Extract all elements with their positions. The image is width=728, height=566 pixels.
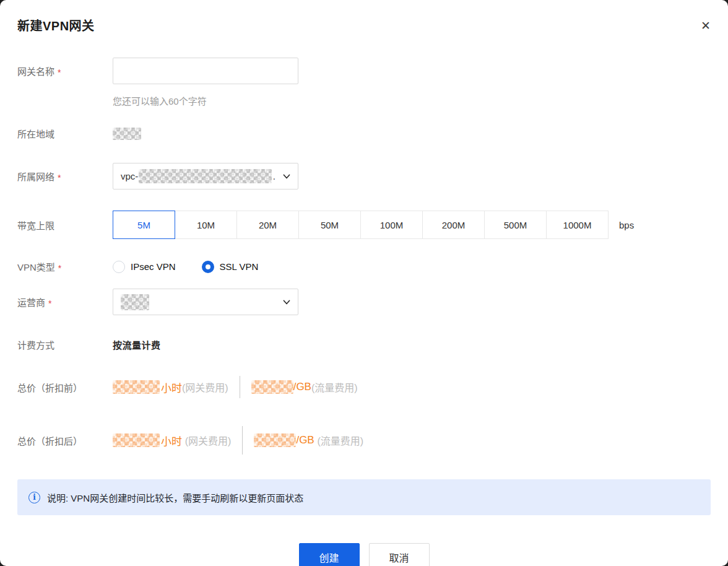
gateway-name-label: 网关名称 * (17, 58, 113, 77)
bandwidth-option-20m[interactable]: 20M (236, 211, 299, 239)
bandwidth-label: 带宽上限 (17, 219, 113, 232)
bandwidth-option-500m[interactable]: 500M (484, 211, 547, 239)
network-select[interactable]: vpc- . (113, 163, 298, 189)
notice-banner: i 说明: VPN网关创建时间比较长，需要手动刷新以更新页面状态 (17, 479, 711, 515)
vpn-type-label: VPN类型 * (17, 260, 113, 273)
region-row: 所在地域 (17, 127, 711, 140)
required-asterisk: * (58, 173, 61, 183)
price-hour-unit: 小时 (161, 433, 185, 448)
bandwidth-option-5m[interactable]: 5M (113, 211, 175, 239)
notice-text: 说明: VPN网关创建时间比较长，需要手动刷新以更新页面状态 (47, 491, 303, 504)
required-asterisk: * (58, 263, 61, 273)
char-count-helper: 您还可以输入60个字符 (113, 94, 207, 107)
vpn-type-options: IPsec VPN SSL VPN (113, 261, 258, 273)
chevron-down-icon (282, 298, 291, 307)
region-label: 所在地域 (17, 127, 113, 140)
network-value-prefix: vpc- (121, 171, 138, 181)
bandwidth-option-1000m[interactable]: 1000M (546, 211, 609, 239)
carrier-row: 运营商 * (17, 289, 711, 315)
carrier-label: 运营商 * (17, 295, 113, 308)
radio-ipsec-vpn[interactable]: IPsec VPN (113, 261, 176, 273)
price-before-discount-row: 总价（折扣前） 小时 (网关费用) /GB (流量费用) (17, 376, 711, 398)
gateway-name-row: 网关名称 * (17, 58, 711, 84)
network-label: 所属网络 * (17, 170, 113, 183)
bandwidth-row: 带宽上限 5M 10M 20M 50M 100M 200M 500M 1000M… (17, 211, 711, 239)
vpn-type-row: VPN类型 * IPsec VPN SSL VPN (17, 260, 711, 273)
billing-mode-value: 按流量计费 (113, 338, 161, 351)
price-hour-note: (网关费用) (185, 433, 232, 448)
price-after-label: 总价（折扣后） (17, 434, 113, 447)
create-button[interactable]: 创建 (299, 543, 360, 566)
price-gb-redacted (251, 380, 293, 394)
price-gb-unit: /GB (296, 434, 317, 446)
close-icon[interactable]: ✕ (697, 17, 714, 35)
price-after-discount-row: 总价（折扣后） 小时 (网关费用) /GB (流量费用) (17, 426, 711, 455)
network-value-redacted (139, 169, 271, 183)
price-divider (242, 426, 243, 455)
price-hour-note: (网关费用) (182, 380, 228, 394)
create-vpn-gateway-dialog: 新建VPN网关 ✕ 网关名称 * 您还可以输入60个字符 所在地域 所属网络 (0, 0, 728, 566)
required-asterisk: * (48, 298, 51, 308)
price-gb-note: (流量费用) (311, 380, 358, 394)
network-row: 所属网络 * vpc- . (17, 163, 711, 189)
bandwidth-option-50m[interactable]: 50M (298, 211, 361, 239)
price-gb-note: (流量费用) (317, 433, 363, 448)
dialog-title: 新建VPN网关 (17, 16, 95, 34)
chevron-down-icon (282, 172, 291, 181)
price-gb-redacted (254, 433, 296, 447)
price-hour-redacted (113, 380, 160, 394)
required-asterisk: * (58, 67, 61, 77)
gateway-name-input[interactable] (113, 58, 298, 84)
price-hour-redacted (113, 433, 160, 447)
billing-mode-label: 计费方式 (17, 338, 113, 351)
gateway-name-helper-row: 您还可以输入60个字符 (17, 94, 711, 107)
dialog-header: 新建VPN网关 (17, 16, 711, 34)
bandwidth-unit: bps (619, 220, 634, 230)
network-value-suffix: . (273, 171, 275, 181)
region-value-redacted (113, 128, 141, 140)
radio-unchecked-icon (113, 261, 125, 273)
bandwidth-option-100m[interactable]: 100M (360, 211, 423, 239)
dialog-footer: 创建 取消 (17, 543, 711, 566)
carrier-select[interactable] (113, 289, 298, 315)
price-gb-unit: /GB (293, 381, 311, 393)
radio-checked-icon (202, 261, 214, 273)
price-before-label: 总价（折扣前） (17, 381, 113, 394)
price-before-value: 小时 (网关费用) /GB (流量费用) (113, 376, 358, 398)
carrier-value-redacted (121, 294, 149, 310)
price-divider (240, 376, 240, 398)
radio-ssl-vpn[interactable]: SSL VPN (202, 261, 259, 273)
price-hour-unit: 小时 (161, 380, 182, 395)
cancel-button[interactable]: 取消 (369, 543, 430, 566)
bandwidth-option-10m[interactable]: 10M (175, 211, 237, 239)
billing-mode-row: 计费方式 按流量计费 (17, 338, 711, 351)
bandwidth-options: 5M 10M 20M 50M 100M 200M 500M 1000M (113, 211, 609, 239)
info-icon: i (28, 492, 40, 503)
price-after-value: 小时 (网关费用) /GB (流量费用) (113, 426, 363, 455)
bandwidth-option-200m[interactable]: 200M (422, 211, 485, 239)
